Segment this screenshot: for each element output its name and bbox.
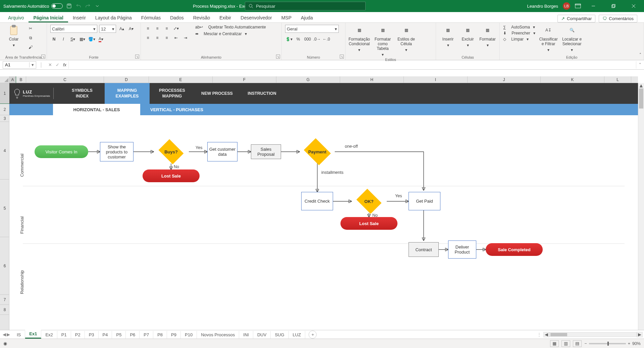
tab-insert[interactable]: Inserir <box>68 13 91 22</box>
column-header-C[interactable]: C <box>26 76 104 83</box>
format-as-table-button[interactable]: ▦Formatar como Tabela▾ <box>372 25 393 57</box>
conditional-format-button[interactable]: ▦Formatação Condicional▾ <box>349 25 370 52</box>
name-box[interactable]: A1 ▾ <box>3 61 36 69</box>
delete-cells-button[interactable]: ▦Excluir▾ <box>459 25 476 48</box>
align-left-icon[interactable]: ≡ <box>144 34 152 42</box>
italic-icon[interactable]: I <box>60 36 67 43</box>
zoom-value[interactable]: 90% <box>632 341 641 346</box>
sheet-tab-p6[interactable]: P6 <box>126 331 140 339</box>
view-page-layout-icon[interactable]: ▥ <box>561 340 570 347</box>
node-sale-completed[interactable]: Sale Completed <box>486 243 543 256</box>
select-all-cells[interactable] <box>0 76 9 83</box>
tab-developer[interactable]: Desenvolvedor <box>236 13 276 22</box>
column-header-F[interactable]: F <box>213 76 276 83</box>
node-get-paid[interactable]: Get Paid <box>409 192 440 210</box>
font-color-icon[interactable]: A▾ <box>97 36 105 43</box>
sheet-tab-ex1[interactable]: Ex1 <box>25 330 41 339</box>
node-payment[interactable]: Payment <box>298 140 337 163</box>
column-header-H[interactable]: H <box>340 76 404 83</box>
node-ok[interactable]: OK? <box>352 190 386 213</box>
sheet-tab-duv[interactable]: DUV <box>253 331 271 339</box>
sheet-canvas[interactable]: LUZ Planilhas Empresariais SYMBOLSINDEX … <box>9 83 638 337</box>
clear-button[interactable]: ◇ Limpar ▾ <box>503 37 535 42</box>
row-header-7[interactable]: 7 <box>0 295 9 305</box>
nav-new-process[interactable]: NEW PROCESS <box>195 83 239 104</box>
sheet-tab-is[interactable]: IS <box>13 331 25 339</box>
bold-icon[interactable]: N <box>50 36 58 43</box>
user-name[interactable]: Leandro Borges <box>527 4 558 9</box>
view-normal-icon[interactable]: ▦ <box>550 340 559 347</box>
column-header-D[interactable]: D <box>104 76 149 83</box>
cut-icon[interactable]: ✂ <box>27 25 34 32</box>
node-get-customer-data[interactable]: Get customer data <box>207 142 237 161</box>
zoom-slider[interactable] <box>589 343 626 344</box>
close-button[interactable] <box>626 0 641 12</box>
subnav-vertical-purchases[interactable]: VERTICAL - PURCHASES <box>140 104 213 115</box>
row-header-3[interactable]: 3 <box>0 115 9 122</box>
ribbon-display-icon[interactable] <box>575 3 581 9</box>
row-header-6[interactable]: 6 <box>0 237 9 295</box>
increase-font-icon[interactable]: A▴ <box>118 25 125 32</box>
formula-input[interactable] <box>68 61 636 69</box>
font-size-combo[interactable]: 12▾ <box>99 25 116 33</box>
node-credit-check[interactable]: Credit Check <box>301 192 333 210</box>
increase-indent-icon[interactable]: ⇥ <box>182 34 189 42</box>
nav-processes-mapping[interactable]: PROCESSESMAPPING <box>150 83 195 104</box>
fill-color-icon[interactable]: 🪣▾ <box>88 36 95 43</box>
scroll-up-icon[interactable]: ▲ <box>638 83 644 88</box>
column-header-E[interactable]: E <box>149 76 213 83</box>
insert-cells-button[interactable]: ▦Inserir▾ <box>439 25 457 48</box>
row-header-1[interactable]: 1 <box>0 83 9 104</box>
comments-button[interactable]: 🗨Comentários <box>599 15 637 22</box>
paste-button[interactable]: Colar ▾ <box>3 25 24 48</box>
zoom-in-icon[interactable]: + <box>628 341 630 346</box>
new-sheet-button[interactable]: ＋ <box>309 331 317 339</box>
column-header-A[interactable]: A <box>9 76 16 83</box>
scroll-thumb[interactable] <box>639 88 643 109</box>
tab-data[interactable]: Dados <box>165 13 188 22</box>
row-header-2[interactable]: 2 <box>0 104 9 115</box>
tab-help[interactable]: Ajuda <box>296 13 318 22</box>
sheet-tab-p3[interactable]: P3 <box>85 331 99 339</box>
sheet-nav-next-icon[interactable]: ▶ <box>7 332 10 337</box>
row-header-5[interactable]: 5 <box>0 180 9 237</box>
decrease-indent-icon[interactable]: ⇤ <box>172 34 180 42</box>
sheet-tab-ini[interactable]: INI <box>239 331 253 339</box>
macro-record-icon[interactable]: ◉ <box>3 341 7 346</box>
column-header-B[interactable]: B <box>16 76 26 83</box>
sheet-tab-p1[interactable]: P1 <box>57 331 71 339</box>
column-header-L[interactable]: L <box>604 76 631 83</box>
undo-icon[interactable] <box>75 3 82 9</box>
sheet-tab-p2[interactable]: P2 <box>71 331 85 339</box>
node-deliver-product[interactable]: Deliver Product <box>448 240 476 259</box>
node-sales-proposal[interactable]: Sales Proposal <box>251 144 281 159</box>
column-header-K[interactable]: K <box>541 76 604 83</box>
fill-button[interactable]: ⬇ Preencher ▾ <box>503 31 535 36</box>
node-contract[interactable]: Contract <box>409 242 439 257</box>
decrease-font-icon[interactable]: A▾ <box>127 25 135 32</box>
percent-icon[interactable]: % <box>294 36 302 43</box>
number-format-combo[interactable]: Geral▾ <box>285 25 339 33</box>
enter-formula-icon[interactable]: ✓ <box>54 62 61 67</box>
node-lost-sale-2[interactable]: Lost Sale <box>340 217 397 230</box>
vertical-scrollbar[interactable]: ▲ ▼ <box>638 83 644 337</box>
view-page-break-icon[interactable]: ▤ <box>573 340 582 347</box>
column-header-G[interactable]: G <box>276 76 340 83</box>
tab-msp[interactable]: MSP <box>277 13 296 22</box>
expand-formula-bar-icon[interactable]: ˅ <box>636 61 644 69</box>
merge-center-button[interactable]: ⬌ Mesclar e Centralizar ▾ <box>195 31 266 36</box>
dialog-launcher-icon[interactable]: ↘ <box>340 55 344 59</box>
column-header-I[interactable]: I <box>404 76 468 83</box>
align-bottom-icon[interactable]: ≡ <box>163 25 170 32</box>
hscroll-thumb[interactable] <box>550 333 567 336</box>
nav-mapping-examples[interactable]: MAPPINGEXAMPLES <box>105 83 150 104</box>
tab-layout[interactable]: Layout da Página <box>91 13 137 22</box>
scroll-right-icon[interactable]: ▶ <box>637 332 643 337</box>
format-cells-button[interactable]: ▦Formatar▾ <box>479 25 496 48</box>
node-lost-sale-1[interactable]: Lost Sale <box>143 169 200 182</box>
user-avatar[interactable]: LB <box>563 2 570 10</box>
sheet-tab-p7[interactable]: P7 <box>140 331 153 339</box>
fx-icon[interactable]: fx <box>61 62 68 67</box>
sheet-tab-p9[interactable]: P9 <box>167 331 181 339</box>
dialog-launcher-icon[interactable]: ↘ <box>41 55 45 59</box>
